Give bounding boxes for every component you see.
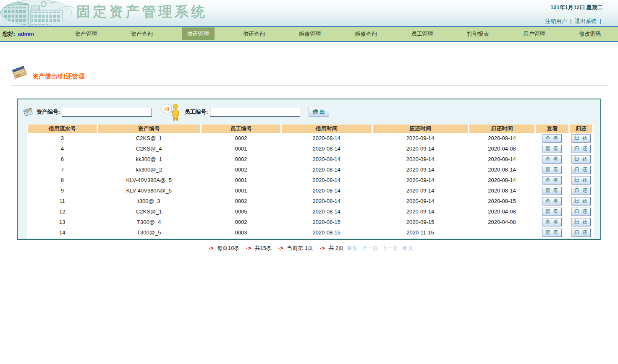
- nav-item[interactable]: 维修查询: [338, 30, 394, 38]
- table-cell: 8: [28, 175, 97, 185]
- view-button[interactable]: 查 看: [542, 218, 562, 226]
- total-count-stat: 共15条: [255, 245, 272, 251]
- nav-item[interactable]: 借还查询: [226, 30, 282, 38]
- nav-item[interactable]: 打印报表: [450, 30, 506, 38]
- table-cell: 2020-04-08: [469, 206, 535, 217]
- return-button[interactable]: 归 还: [571, 155, 591, 164]
- table-cell: 7: [28, 164, 97, 175]
- view-button[interactable]: 查 看: [542, 155, 562, 164]
- table-cell: C2KS@_4: [98, 143, 200, 154]
- table-cell: 2020-09-14: [373, 133, 468, 143]
- table-cell: 2020-09-14: [373, 185, 468, 196]
- logo-image: [0, 0, 74, 28]
- nav-item[interactable]: 借还管理: [170, 30, 226, 38]
- red-arrow-icon: ·>: [208, 245, 213, 251]
- view-button[interactable]: 查 看: [542, 166, 562, 174]
- view-cell: 查 看: [536, 185, 568, 196]
- table-cell: 2020-08-14: [469, 164, 535, 175]
- return-button[interactable]: 归 还: [571, 166, 591, 174]
- app-header: 固定资产管理系统 121年1月12日 星期二 注销用户 | 退出系统 |: [0, 0, 618, 26]
- return-button[interactable]: 归 还: [571, 229, 591, 237]
- column-header: 归还: [570, 125, 592, 133]
- lend-button[interactable]: 借 出: [309, 107, 329, 117]
- view-button[interactable]: 查 看: [542, 176, 562, 185]
- last-page-link[interactable]: 尾页: [403, 245, 414, 251]
- table-body: 3C2KS@_100022020-08-142020-09-142020-08-…: [28, 133, 592, 238]
- view-button[interactable]: 查 看: [542, 134, 562, 143]
- nav-item-label: 维修管理: [299, 31, 321, 37]
- table-cell: 2020-09-14: [373, 175, 468, 185]
- employee-number-input[interactable]: [210, 108, 300, 117]
- table-cell: 2020-09-14: [373, 143, 468, 154]
- table-cell: 0002: [202, 217, 280, 227]
- view-cell: 查 看: [536, 196, 568, 206]
- table-cell: 6: [28, 154, 97, 164]
- view-cell: 查 看: [536, 164, 568, 175]
- prev-page-link[interactable]: 上一页: [361, 245, 378, 251]
- table-row: 6kk300@_100022020-08-142020-09-142020-08…: [28, 154, 592, 164]
- table-cell: 2020-11-15: [373, 227, 468, 238]
- table-cell: 11: [28, 196, 97, 206]
- first-page-link[interactable]: 首页: [347, 245, 358, 251]
- greeting: 您好:admin: [0, 30, 58, 38]
- nav-item-label: 资产管理: [75, 31, 97, 37]
- table-row: 13T300@_400022020-08-152020-09-152020-04…: [28, 217, 592, 227]
- nav-item[interactable]: 资产查询: [114, 30, 170, 38]
- table-row: 14T300@_500032020-08-152020-11-15查 看归 还: [28, 227, 592, 238]
- return-button[interactable]: 归 还: [571, 187, 591, 195]
- nav-item[interactable]: 维修管理: [282, 30, 338, 38]
- column-header: 应还时间: [373, 125, 468, 133]
- view-button[interactable]: 查 看: [542, 229, 562, 237]
- table-row: 3C2KS@_100022020-08-142020-09-142020-08-…: [28, 133, 592, 143]
- nav-item-label: 借还查询: [243, 31, 265, 37]
- table-cell: 2020-08-15: [282, 217, 372, 227]
- asset-number-input[interactable]: [62, 108, 152, 117]
- return-button[interactable]: 归 还: [571, 208, 591, 216]
- table-cell: T300@_5: [98, 227, 200, 238]
- table-row: 4C2KS@_400012020-08-142020-09-142020-04-…: [28, 143, 592, 154]
- table-cell: 0002: [202, 154, 280, 164]
- view-button[interactable]: 查 看: [542, 187, 562, 195]
- view-button[interactable]: 查 看: [542, 145, 562, 153]
- return-button[interactable]: 归 还: [571, 197, 591, 205]
- nav-item[interactable]: 资产管理: [58, 30, 114, 38]
- table-cell: 2020-08-14: [282, 143, 372, 154]
- return-cell: 归 还: [570, 164, 592, 175]
- table-cell: 0001: [202, 185, 280, 196]
- table-cell: 2020-09-14: [373, 164, 468, 175]
- table-cell: 9: [28, 185, 97, 196]
- view-cell: 查 看: [536, 217, 568, 227]
- table-cell: kk300@_1: [98, 154, 200, 164]
- return-button[interactable]: 归 还: [571, 134, 591, 143]
- nav-item[interactable]: 用户管理: [506, 30, 562, 38]
- return-button[interactable]: 归 还: [571, 176, 591, 185]
- view-button[interactable]: 查 看: [542, 197, 562, 205]
- table-cell: KLV-40V380A@_5: [98, 175, 200, 185]
- table-cell: 2020-08-14: [469, 185, 535, 196]
- current-page-stat: 当前第 1页: [287, 245, 313, 251]
- table-cell: 13: [28, 217, 97, 227]
- view-button[interactable]: 查 看: [542, 208, 562, 216]
- return-cell: 归 还: [570, 227, 592, 238]
- table-cell: 2020-08-14: [282, 164, 372, 175]
- link-separator: |: [570, 18, 571, 24]
- table-header-row: 借用流水号资产编号员工编号借用时间应还时间归还时间查看归还: [28, 125, 592, 133]
- table-cell: [469, 227, 535, 238]
- next-page-link[interactable]: 下一页: [382, 245, 398, 251]
- table-cell: 2020-08-14: [469, 154, 535, 164]
- table-row: 8KLV-40V380A@_500012020-08-142020-09-142…: [28, 175, 592, 185]
- table-row: 9KLV-40V380A@_500012020-08-142020-09-142…: [28, 185, 592, 196]
- return-cell: 归 还: [570, 154, 592, 164]
- table-cell: 14: [28, 227, 97, 238]
- exit-system-link[interactable]: 退出系统: [575, 18, 597, 24]
- view-cell: 查 看: [536, 133, 568, 143]
- return-button[interactable]: 归 还: [571, 218, 591, 226]
- return-cell: 归 还: [570, 175, 592, 185]
- nav-item[interactable]: 修改密码: [562, 30, 618, 38]
- page-title: 资产借出/归还管理: [32, 73, 84, 81]
- logout-user-link[interactable]: 注销用户: [545, 18, 567, 24]
- nav-item[interactable]: 员工管理: [394, 30, 450, 38]
- table-cell: 2020-09-14: [373, 154, 468, 164]
- table-cell: T300@_4: [98, 217, 200, 227]
- return-button[interactable]: 归 还: [571, 145, 591, 153]
